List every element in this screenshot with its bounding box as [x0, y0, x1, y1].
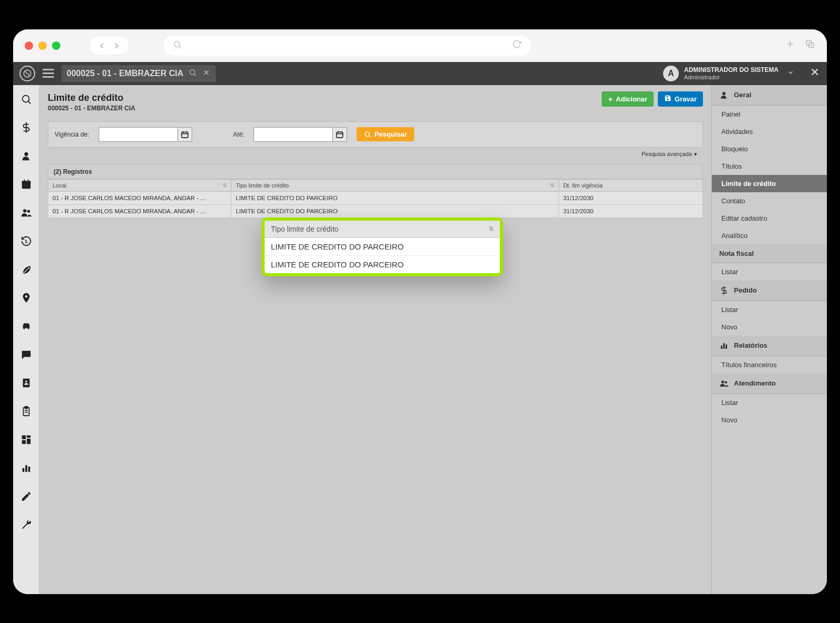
- rail-grid-icon[interactable]: [16, 431, 37, 449]
- menu-toggle[interactable]: [43, 69, 54, 78]
- svg-line-7: [25, 71, 30, 76]
- svg-line-50: [369, 136, 371, 137]
- section-nota-fiscal[interactable]: Nota fiscal: [712, 244, 827, 263]
- app-close-icon[interactable]: [809, 66, 821, 81]
- highlight-header-label: Tipo limite de crédito: [271, 225, 339, 233]
- svg-point-8: [190, 69, 195, 74]
- advanced-search-label: Pesquisa avançada: [642, 151, 692, 157]
- window-minimize-button[interactable]: [38, 41, 47, 50]
- section-rel-label: Relatórios: [734, 341, 768, 349]
- url-bar[interactable]: [163, 36, 531, 56]
- table-row[interactable]: 01 - R JOSE CARLOS MACEDO MIRANDA, ANDAR…: [48, 191, 703, 204]
- svg-point-17: [24, 152, 28, 155]
- col-local[interactable]: Local⇅: [48, 179, 232, 191]
- breadcrumb-text: 000025 - 01 - EMBRAZER CIA: [67, 69, 183, 78]
- sidebar-item-nf-listar[interactable]: Listar: [712, 263, 827, 281]
- col-tipo[interactable]: Tipo limite de crédito⇅: [232, 179, 559, 191]
- date-from-field[interactable]: [99, 127, 177, 142]
- add-button[interactable]: + Adicionar: [602, 91, 654, 107]
- rail-wrench-icon[interactable]: [16, 516, 37, 534]
- sidebar-item-at-listar[interactable]: Listar: [712, 394, 827, 411]
- forward-button[interactable]: [111, 40, 122, 51]
- sidebar-item-pedido-novo[interactable]: Novo: [712, 318, 827, 336]
- rail-people-icon[interactable]: [16, 204, 37, 222]
- table-row[interactable]: 01 - R JOSE CARLOS MACEDO MIRANDA, ANDAR…: [48, 204, 703, 217]
- section-geral[interactable]: Geral: [712, 85, 827, 106]
- section-pedido[interactable]: Pedido: [712, 281, 827, 301]
- record-count: (2) Registros: [48, 164, 703, 179]
- sidebar-item-editar-cadastro[interactable]: Editar cadastro: [712, 210, 827, 227]
- sidebar-item-titulos[interactable]: Títulos: [712, 158, 827, 175]
- chevron-down-icon: ▾: [694, 151, 697, 158]
- app-logo[interactable]: [19, 66, 35, 81]
- rail-edit-icon[interactable]: [16, 487, 37, 505]
- section-relatorios[interactable]: Relatórios: [712, 336, 827, 356]
- advanced-search-link[interactable]: Pesquisa avançada ▾: [642, 151, 697, 158]
- rail-dollar-icon[interactable]: [16, 119, 37, 137]
- date-to-field[interactable]: [254, 127, 332, 142]
- sidebar-item-bloqueio[interactable]: Bloqueio: [712, 140, 827, 158]
- rail-chart-icon[interactable]: [16, 459, 37, 477]
- sidebar-item-limite-credito[interactable]: Limite de crédito: [712, 175, 827, 192]
- svg-rect-53: [721, 346, 722, 349]
- highlight-row[interactable]: LIMITE DE CREDITO DO PARCEIRO: [265, 256, 500, 273]
- chrome-right: [785, 39, 815, 53]
- sidebar-item-atividades[interactable]: Atividades: [712, 123, 827, 140]
- svg-rect-54: [723, 343, 725, 349]
- table-wrap: (2) Registros Local⇅ Tipo limite de créd…: [48, 164, 703, 218]
- svg-line-1: [179, 46, 181, 48]
- col-fim[interactable]: Dt. fim vigência: [559, 179, 702, 191]
- new-tab-icon[interactable]: [785, 39, 795, 53]
- window-maximize-button[interactable]: [52, 41, 60, 50]
- breadcrumb-pill: 000025 - 01 - EMBRAZER CIA: [61, 65, 216, 82]
- search-button[interactable]: Pesquisar: [356, 127, 414, 141]
- date-to-input: [254, 127, 347, 142]
- user-block[interactable]: A ADMINISTRADOR DO SISTEMA Administrador: [663, 66, 794, 81]
- sort-icon: ⇅: [223, 182, 227, 188]
- rail-car-icon[interactable]: [16, 317, 37, 335]
- add-label: Adicionar: [616, 95, 647, 103]
- breadcrumb-search-icon[interactable]: [188, 68, 197, 79]
- rail-clipboard-icon[interactable]: [16, 402, 37, 420]
- sidebar-item-contato[interactable]: Contato: [712, 192, 827, 210]
- section-pedido-label: Pedido: [734, 286, 757, 294]
- back-button[interactable]: [96, 40, 108, 51]
- calendar-icon[interactable]: [177, 127, 192, 142]
- highlight-header[interactable]: Tipo limite de crédito ⇅: [265, 221, 500, 238]
- rail-search-icon[interactable]: [16, 90, 37, 108]
- sidebar-item-pedido-listar[interactable]: Listar: [712, 301, 827, 318]
- rail-calendar-icon[interactable]: [16, 175, 37, 193]
- window-close-button[interactable]: [25, 41, 33, 50]
- svg-rect-31: [25, 406, 28, 408]
- section-nf-label: Nota fiscal: [719, 250, 754, 257]
- search-icon: [173, 40, 182, 51]
- date-from-input: [99, 127, 192, 142]
- highlight-row[interactable]: LIMITE DE CREDITO DO PARCEIRO: [265, 238, 500, 256]
- svg-rect-39: [25, 465, 27, 472]
- svg-point-23: [27, 210, 30, 213]
- rail-refund-icon[interactable]: $: [16, 232, 37, 250]
- highlight-popup: Tipo limite de crédito ⇅ LIMITE DE CREDI…: [261, 217, 503, 276]
- user-name: ADMINISTRADOR DO SISTEMA: [684, 66, 779, 74]
- section-atendimento[interactable]: Atendimento: [712, 373, 827, 394]
- save-button[interactable]: Gravar: [658, 91, 703, 107]
- rail-person-icon[interactable]: [16, 147, 37, 165]
- sidebar-item-analitico[interactable]: Analítico: [712, 227, 827, 244]
- rail-message-icon[interactable]: [16, 346, 37, 364]
- rail-contacts-icon[interactable]: [16, 374, 37, 392]
- svg-point-49: [365, 132, 370, 136]
- rail-location-icon[interactable]: [16, 289, 37, 307]
- rail-leaf-icon[interactable]: [16, 261, 37, 278]
- calendar-icon[interactable]: [332, 127, 347, 142]
- svg-point-22: [23, 209, 26, 212]
- page-actions: + Adicionar Gravar: [602, 91, 703, 107]
- copy-window-icon[interactable]: [805, 39, 815, 53]
- cell-fim: 31/12/2030: [559, 191, 702, 204]
- sidebar-item-rel-titulos[interactable]: Títulos financeiros: [712, 356, 827, 373]
- breadcrumb-close-icon[interactable]: [202, 68, 211, 79]
- reload-icon[interactable]: [512, 39, 521, 51]
- browser-chrome: [13, 29, 827, 62]
- sidebar-item-painel[interactable]: Painel: [712, 106, 827, 123]
- cell-fim: 31/12/2030: [559, 204, 702, 217]
- sidebar-item-at-novo[interactable]: Novo: [712, 411, 827, 429]
